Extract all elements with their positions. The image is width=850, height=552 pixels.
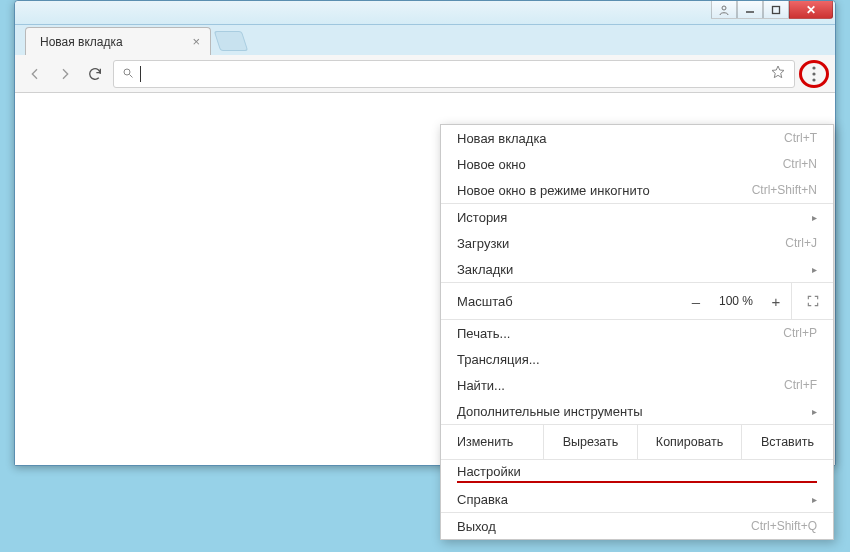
new-tab-button[interactable] <box>214 31 248 51</box>
profile-button[interactable] <box>711 1 737 19</box>
svg-point-0 <box>722 6 726 10</box>
menu-item-settings[interactable]: Настройки <box>441 460 833 486</box>
toolbar <box>15 55 835 93</box>
chevron-right-icon: ▸ <box>812 406 817 417</box>
back-button[interactable] <box>23 62 47 86</box>
edit-label: Изменить <box>441 425 543 459</box>
menu-item-incognito[interactable]: Новое окно в режиме инкогнитоCtrl+Shift+… <box>441 177 833 203</box>
cut-button[interactable]: Вырезать <box>543 425 637 459</box>
menu-item-zoom: Масштаб – 100 % + <box>441 283 833 319</box>
svg-line-4 <box>130 74 133 77</box>
svg-point-6 <box>812 72 815 75</box>
zoom-out-button[interactable]: – <box>681 293 711 310</box>
copy-button[interactable]: Копировать <box>637 425 741 459</box>
menu-item-new-tab[interactable]: Новая вкладкаCtrl+T <box>441 125 833 151</box>
menu-item-history[interactable]: История▸ <box>441 204 833 230</box>
reload-button[interactable] <box>83 62 107 86</box>
titlebar: ✕ <box>15 1 835 25</box>
menu-item-print[interactable]: Печать...Ctrl+P <box>441 320 833 346</box>
paste-button[interactable]: Вставить <box>741 425 833 459</box>
menu-item-help[interactable]: Справка▸ <box>441 486 833 512</box>
menu-button[interactable] <box>801 61 827 87</box>
tab-title: Новая вкладка <box>40 35 123 49</box>
svg-rect-2 <box>773 6 780 13</box>
menu-item-bookmarks[interactable]: Закладки▸ <box>441 256 833 282</box>
chevron-right-icon: ▸ <box>812 494 817 505</box>
menu-item-downloads[interactable]: ЗагрузкиCtrl+J <box>441 230 833 256</box>
svg-point-7 <box>812 78 815 81</box>
chevron-right-icon: ▸ <box>812 264 817 275</box>
chevron-right-icon: ▸ <box>812 212 817 223</box>
fullscreen-button[interactable] <box>791 283 833 319</box>
main-menu-dropdown: Новая вкладкаCtrl+T Новое окноCtrl+N Нов… <box>440 124 834 540</box>
svg-point-3 <box>124 69 130 75</box>
zoom-in-button[interactable]: + <box>761 293 791 310</box>
menu-item-new-window[interactable]: Новое окноCtrl+N <box>441 151 833 177</box>
menu-item-exit[interactable]: ВыходCtrl+Shift+Q <box>441 513 833 539</box>
address-input[interactable] <box>147 61 764 87</box>
close-button[interactable]: ✕ <box>789 1 833 19</box>
svg-point-5 <box>812 66 815 69</box>
menu-item-cast[interactable]: Трансляция... <box>441 346 833 372</box>
tab-strip: Новая вкладка × <box>15 25 835 55</box>
bookmark-star-icon[interactable] <box>770 64 786 84</box>
tab-new[interactable]: Новая вкладка × <box>25 27 211 55</box>
minimize-button[interactable] <box>737 1 763 19</box>
tab-close-icon[interactable]: × <box>192 34 200 49</box>
menu-item-more-tools[interactable]: Дополнительные инструменты▸ <box>441 398 833 424</box>
maximize-button[interactable] <box>763 1 789 19</box>
text-cursor <box>140 66 141 82</box>
menu-item-edit: Изменить Вырезать Копировать Вставить <box>441 425 833 459</box>
zoom-value: 100 % <box>711 294 761 308</box>
forward-button[interactable] <box>53 62 77 86</box>
menu-item-find[interactable]: Найти...Ctrl+F <box>441 372 833 398</box>
search-icon <box>122 65 134 83</box>
omnibox[interactable] <box>113 60 795 88</box>
